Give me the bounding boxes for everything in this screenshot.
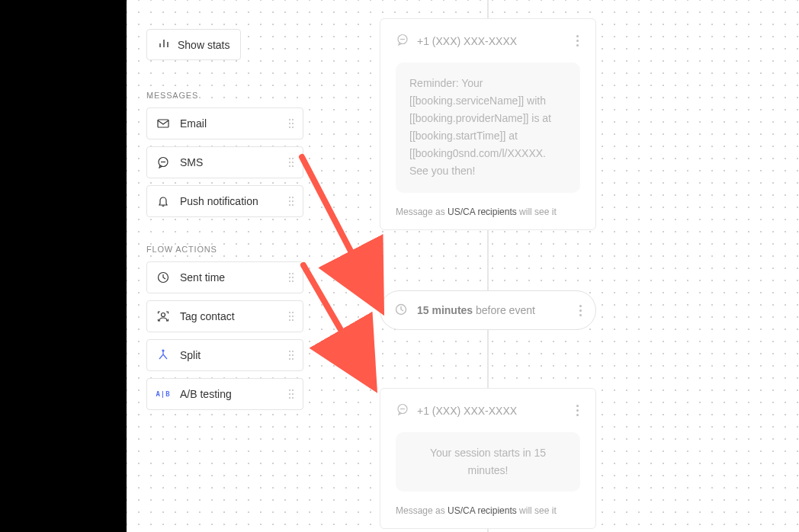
- node-menu-button[interactable]: [578, 303, 583, 318]
- sms-node-1[interactable]: +1 (XXX) XXX-XXXX Reminder: Your [[booki…: [380, 18, 596, 230]
- block-label: Tag contact: [180, 310, 287, 322]
- block-sent-time[interactable]: Sent time: [146, 261, 303, 293]
- preview-caption: Message as US/CA recipients will see it: [396, 207, 580, 217]
- chat-bubble-icon: [396, 402, 409, 418]
- tag-contact-icon: [156, 309, 170, 323]
- chat-bubble-icon: [156, 155, 170, 169]
- block-tag-contact[interactable]: Tag contact: [146, 300, 303, 332]
- flow-actions-section-label: FLOW ACTIONS: [146, 245, 303, 254]
- show-stats-button[interactable]: Show stats: [146, 29, 241, 60]
- blocks-palette: Show stats MESSAGES Email SMS: [146, 29, 303, 437]
- block-label: A/B testing: [180, 388, 287, 400]
- clock-icon: [156, 271, 170, 284]
- block-sms[interactable]: SMS: [146, 146, 303, 178]
- show-stats-label: Show stats: [178, 39, 229, 51]
- bar-chart-icon: [158, 37, 170, 52]
- svg-rect-3: [158, 120, 168, 127]
- drag-handle-icon[interactable]: [287, 389, 295, 399]
- block-label: Push notification: [180, 195, 287, 207]
- block-label: SMS: [180, 156, 287, 168]
- preview-caption: Message as US/CA recipients will see it: [396, 505, 580, 516]
- node-menu-button[interactable]: [575, 403, 580, 418]
- block-email[interactable]: Email: [146, 107, 303, 139]
- drag-handle-icon[interactable]: [287, 312, 295, 321]
- drag-handle-icon[interactable]: [287, 158, 295, 167]
- bell-icon: [156, 194, 170, 208]
- drag-handle-icon[interactable]: [287, 197, 295, 206]
- sms-node-2[interactable]: +1 (XXX) XXX-XXXX Your session starts in…: [380, 388, 596, 529]
- phone-number: +1 (XXX) XXX-XXXX: [417, 405, 567, 417]
- flow-canvas[interactable]: Show stats MESSAGES Email SMS: [127, 0, 799, 532]
- svg-line-14: [302, 157, 376, 300]
- timer-node[interactable]: 15 minutes before event: [380, 290, 596, 330]
- flow-actions-block-list: Sent time Tag contact: [146, 261, 303, 410]
- clock-icon: [394, 303, 408, 319]
- svg-line-15: [303, 265, 368, 377]
- left-black-gutter: [0, 0, 127, 532]
- envelope-icon: [156, 117, 170, 130]
- drag-handle-icon[interactable]: [287, 351, 295, 360]
- block-label: Split: [180, 349, 287, 361]
- block-ab-testing[interactable]: A|B A/B testing: [146, 378, 303, 410]
- node-menu-button[interactable]: [575, 34, 580, 48]
- drag-handle-icon[interactable]: [287, 119, 295, 128]
- chat-bubble-icon: [396, 33, 409, 49]
- svg-point-7: [162, 313, 165, 317]
- sms-body: Your session starts in 15 minutes!: [396, 432, 580, 492]
- split-icon: [156, 348, 170, 362]
- block-push[interactable]: Push notification: [146, 185, 303, 217]
- ab-test-icon: A|B: [156, 387, 170, 401]
- annotation-arrow-2: [296, 259, 387, 396]
- drag-handle-icon[interactable]: [287, 273, 295, 282]
- sms-body: Reminder: Your [[booking.serviceName]] w…: [396, 62, 580, 193]
- messages-block-list: Email SMS Push notification: [146, 107, 303, 217]
- block-split[interactable]: Split: [146, 339, 303, 371]
- block-label: Email: [180, 117, 287, 130]
- phone-number: +1 (XXX) XXX-XXXX: [417, 35, 567, 47]
- svg-point-8: [162, 350, 164, 351]
- messages-section-label: MESSAGES: [146, 91, 303, 100]
- timer-text: 15 minutes before event: [417, 304, 569, 316]
- block-label: Sent time: [180, 271, 287, 284]
